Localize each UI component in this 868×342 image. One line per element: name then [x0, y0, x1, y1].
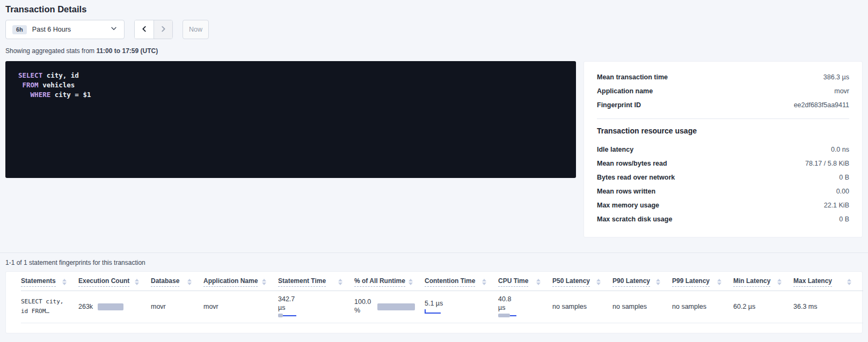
column-label: % of All Runtime: [354, 277, 405, 287]
sort-icon[interactable]: [62, 279, 67, 285]
statement-row: SELECT city, id FROM… 263k movr movr: [21, 291, 863, 323]
sql-keyword: SELECT: [18, 71, 42, 79]
column-label: Max Latency: [793, 277, 832, 287]
stat-label: Mean transaction time: [597, 73, 668, 81]
stat-value: 78.17 / 5.8 KiB: [805, 160, 849, 167]
now-button[interactable]: Now: [183, 20, 209, 39]
statement-fingerprint-link[interactable]: SELECT city, id FROM…: [21, 297, 73, 316]
stat-label: Application name: [597, 87, 653, 95]
statement-line: id FROM…: [21, 307, 73, 316]
min-latency-value: 60.2 µs: [733, 303, 755, 310]
stat-row-max-scratch-disk-usage: Max scratch disk usage 0 B: [597, 212, 849, 226]
stat-row-idle-latency: Idle latency 0.0 ns: [597, 143, 849, 157]
stat-label: Fingerprint ID: [597, 101, 641, 109]
time-controls: 6h Past 6 Hours Now: [5, 20, 863, 39]
contention-time-value: 5.1 µs: [425, 300, 493, 307]
p99-latency-value: no samples: [672, 303, 706, 310]
contention-time-bar: [425, 310, 441, 314]
sort-icon[interactable]: [717, 279, 721, 285]
application-name-value: movr: [203, 303, 218, 310]
stat-value: 0.0 ns: [831, 146, 849, 153]
cpu-time-bar: [498, 314, 516, 318]
execution-count-bar: [98, 303, 123, 310]
chevron-right-icon: [159, 25, 167, 34]
column-header-p90-latency[interactable]: P90 Latency: [612, 272, 672, 291]
execution-count-cell: 263k: [78, 303, 145, 310]
sort-icon[interactable]: [187, 279, 192, 285]
statement-time-bar: [278, 314, 296, 318]
time-range-dropdown[interactable]: 6h Past 6 Hours: [5, 20, 125, 39]
column-header-min-latency[interactable]: Min Latency: [733, 272, 793, 291]
time-step-buttons: [134, 20, 173, 39]
column-header-statement-time[interactable]: Statement Time: [278, 272, 354, 291]
transaction-stats-card: Mean transaction time 386.3 µs Applicati…: [583, 61, 863, 237]
stat-label: Max scratch disk usage: [597, 215, 672, 223]
p50-latency-value: no samples: [552, 303, 587, 310]
column-label: P90 Latency: [612, 277, 650, 287]
aggregated-stats-prefix: Showing aggregated stats from: [5, 47, 96, 55]
column-header-execution-count[interactable]: Execution Count: [78, 272, 151, 291]
sort-icon[interactable]: [596, 279, 601, 285]
runtime-pct-bar: [377, 303, 415, 310]
sort-icon[interactable]: [338, 279, 342, 285]
column-header-cpu-time[interactable]: CPU Time: [498, 272, 552, 291]
max-latency-value: 36.3 ms: [793, 303, 817, 310]
sort-icon[interactable]: [262, 279, 266, 285]
stat-label: Max memory usage: [597, 202, 659, 209]
stat-value: 0.00: [836, 188, 849, 195]
sort-icon[interactable]: [847, 279, 851, 285]
aggregated-stats-window: 11:00 to 17:59 (UTC): [96, 47, 158, 55]
sort-icon[interactable]: [135, 279, 139, 285]
column-label: Statements: [21, 277, 56, 287]
statement-fingerprints-caption: 1-1 of 1 statement fingerprints for this…: [5, 259, 863, 266]
cpu-time-cell: 40.8 µs: [498, 295, 547, 318]
sort-icon[interactable]: [482, 279, 486, 285]
cpu-time-unit: µs: [498, 304, 547, 313]
prev-range-button[interactable]: [135, 20, 154, 39]
stat-label: Mean rows written: [597, 188, 655, 195]
column-header-database[interactable]: Database: [151, 272, 203, 291]
chevron-left-icon: [141, 25, 148, 34]
sort-icon[interactable]: [536, 279, 541, 285]
resource-usage-heading: Transaction resource usage: [597, 127, 849, 135]
column-header-runtime-pct[interactable]: % of All Runtime: [354, 272, 425, 291]
sort-icon[interactable]: [409, 279, 413, 285]
column-label: P99 Latency: [672, 277, 710, 287]
column-label: Min Latency: [733, 277, 770, 287]
statement-line: SELECT city,: [21, 297, 73, 307]
p90-latency-value: no samples: [612, 303, 647, 310]
column-header-p50-latency[interactable]: P50 Latency: [552, 272, 612, 291]
runtime-pct-unit: %: [354, 307, 371, 315]
column-header-contention-time[interactable]: Contention Time: [425, 272, 498, 291]
execution-count-value: 263k: [78, 303, 93, 310]
column-header-p99-latency[interactable]: P99 Latency: [672, 272, 733, 291]
sort-icon[interactable]: [656, 279, 660, 285]
next-range-button[interactable]: [154, 20, 172, 39]
column-label: Contention Time: [425, 277, 475, 287]
stat-row-bytes-read-over-network: Bytes read over network 0 B: [597, 170, 849, 184]
column-header-application-name[interactable]: Application Name: [203, 272, 278, 291]
stat-row-application-name: Application name movr: [597, 84, 849, 98]
stat-label: Bytes read over network: [597, 174, 675, 181]
sort-icon[interactable]: [777, 279, 782, 285]
sql-statement-text: SELECT city, id FROM vehicles WHERE city…: [18, 71, 563, 100]
stat-value: 0 B: [839, 174, 849, 181]
column-label: Execution Count: [78, 277, 129, 287]
column-header-max-latency[interactable]: Max Latency: [793, 272, 863, 291]
runtime-pct-value: 100.0: [354, 298, 371, 307]
sql-keyword: FROM: [23, 81, 39, 89]
stat-value: 386.3 µs: [823, 73, 849, 81]
section-divider: [0, 252, 868, 253]
column-label: Statement Time: [278, 277, 326, 287]
statements-table-card: Statements Execution Count Database Appl…: [5, 271, 863, 333]
statement-time-cell: 342.7 µs: [278, 295, 349, 318]
statement-time-value: 342.7: [278, 295, 349, 304]
stats-divider: [597, 118, 849, 119]
stat-value: movr: [834, 87, 849, 95]
runtime-pct-cell: 100.0 %: [354, 298, 419, 315]
column-header-statements[interactable]: Statements: [21, 272, 78, 291]
sql-keyword: WHERE: [31, 91, 51, 99]
cpu-time-value: 40.8: [498, 295, 547, 304]
time-range-label: Past 6 Hours: [32, 26, 105, 33]
stat-value: 22.1 KiB: [824, 202, 849, 209]
